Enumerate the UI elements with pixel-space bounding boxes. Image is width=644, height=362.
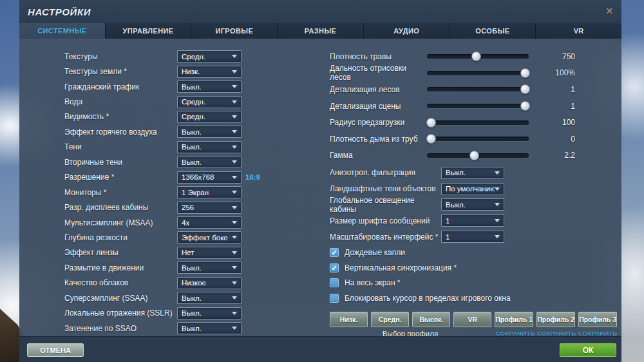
setting-label: Вода: [64, 97, 177, 106]
dropdown[interactable]: Низк.: [177, 66, 242, 78]
dropdown[interactable]: 256: [177, 202, 242, 214]
dropdown[interactable]: Выкл.: [177, 141, 242, 153]
checkbox[interactable]: [330, 278, 339, 287]
checkbox-row[interactable]: Блокировать курсор в пределах игрового о…: [330, 291, 600, 306]
profile-preset-button[interactable]: Высок.: [412, 312, 450, 327]
dropdown[interactable]: Выкл.: [441, 167, 504, 179]
dropdown-value: Выкл.: [182, 294, 202, 302]
setting-label: Затенение по SSAO: [64, 324, 177, 333]
dropdown[interactable]: Эффект боке: [177, 231, 242, 243]
chevron-down-icon: [232, 85, 237, 88]
setting-label: Глобальное освещение кабины: [330, 196, 441, 214]
slider[interactable]: [427, 153, 529, 158]
setting-row: Вторичные тениВыкл.: [64, 155, 242, 169]
dropdown-value: По умолчанию: [446, 185, 495, 193]
slider-handle[interactable]: [520, 68, 530, 78]
dropdown[interactable]: 1 Экран: [177, 186, 242, 198]
setting-label: Размытие в движении: [64, 263, 177, 272]
slider-row: Дальность отрисовки лесов100%: [330, 65, 575, 82]
slider[interactable]: [427, 87, 529, 91]
ok-button[interactable]: ОК: [560, 343, 616, 357]
dropdown-value: Средн.: [182, 98, 205, 106]
dropdown-value: 4x: [182, 219, 189, 227]
checkbox[interactable]: ✓: [330, 263, 339, 272]
slider-handle[interactable]: [471, 52, 481, 61]
dropdown[interactable]: Средн.: [177, 96, 242, 108]
dropdown[interactable]: Выкл.: [177, 126, 242, 138]
checkbox-row[interactable]: ✓Дождевые капли: [330, 245, 600, 260]
slider-value: 100: [529, 118, 575, 127]
dropdown[interactable]: Выкл.: [177, 322, 242, 334]
checkbox-label: Вертикальная синхронизация *: [345, 263, 457, 272]
dropdown[interactable]: Средн.: [177, 50, 242, 62]
setting-label: Качество облаков: [64, 278, 177, 287]
tab-item[interactable]: ОСОБЫЕ: [450, 23, 536, 39]
chevron-down-icon: [232, 281, 237, 285]
slider[interactable]: [427, 104, 529, 108]
profile-preset-button[interactable]: Профиль 3: [578, 312, 617, 327]
slider-label: Детализация сцены: [330, 102, 427, 111]
dropdown[interactable]: Низкое: [177, 277, 242, 289]
tab-item[interactable]: АУДИО: [364, 23, 450, 39]
setting-row: ТекстурыСредн.: [64, 49, 242, 64]
dropdown[interactable]: Выкл.: [441, 198, 504, 211]
profile-preset-button[interactable]: Низк.: [330, 312, 368, 327]
slider-label: Дальность отрисовки лесов: [330, 64, 427, 82]
slider-handle[interactable]: [520, 101, 530, 111]
settings-body: ТекстурыСредн.Текстуры земли *Низк.Гражд…: [19, 39, 621, 336]
setting-label: Тени: [64, 142, 177, 151]
setting-row: Эффект линзыНет: [64, 245, 242, 260]
chevron-down-icon: [232, 130, 237, 133]
tab-item[interactable]: РАЗНЫЕ: [278, 23, 364, 39]
profile-preset-button[interactable]: VR: [453, 312, 491, 327]
dropdown[interactable]: Средн.: [177, 111, 242, 123]
chevron-down-icon: [232, 100, 237, 104]
checkbox[interactable]: ✓: [330, 248, 339, 257]
chevron-down-icon: [232, 266, 237, 269]
dropdown[interactable]: Нет: [177, 247, 242, 259]
checkbox-row[interactable]: На весь экран *: [330, 276, 600, 291]
setting-row: Разрешение *1366x76816:9: [64, 170, 242, 185]
dropdown[interactable]: Выкл.: [177, 81, 242, 93]
chevron-down-icon: [232, 327, 237, 330]
slider[interactable]: [427, 137, 529, 141]
tab-item[interactable]: УПРАВЛЕНИЕ: [106, 23, 192, 39]
close-icon[interactable]: ✕: [603, 5, 615, 17]
checkbox[interactable]: [330, 294, 339, 303]
dropdown[interactable]: Выкл.: [177, 307, 242, 319]
dropdown[interactable]: 4x: [177, 216, 242, 229]
setting-label: Эффект линзы: [64, 248, 177, 257]
slider-row: Гамма2.2: [330, 148, 575, 164]
dropdown[interactable]: Выкл.: [177, 262, 242, 274]
slider[interactable]: [427, 120, 529, 125]
profile-preset-button[interactable]: Средн.: [371, 312, 409, 327]
checkbox-row[interactable]: ✓Вертикальная синхронизация *: [330, 260, 600, 276]
dropdown[interactable]: 1: [441, 214, 504, 227]
setting-row: Видимость *Средн.: [64, 110, 242, 124]
slider-handle[interactable]: [426, 134, 436, 144]
setting-row: Ландшафтные тени объектовПо умолчанию: [330, 181, 575, 197]
slider[interactable]: [427, 54, 529, 59]
dropdown[interactable]: Выкл.: [177, 156, 242, 168]
profile-preset-button[interactable]: Профиль 1: [495, 312, 533, 327]
profile-preset-button[interactable]: Профиль 2: [536, 312, 575, 327]
tab-item[interactable]: ИГРОВЫЕ: [191, 23, 278, 39]
tab-item[interactable]: VR: [536, 23, 621, 39]
profile-buttons-row: Низк.Средн.Высок.VRПрофиль 1Профиль 2Про…: [330, 312, 617, 327]
slider[interactable]: [427, 71, 529, 75]
dropdown[interactable]: По умолчанию: [441, 183, 504, 195]
setting-row: Суперсэмплинг (SSAA)Выкл.: [64, 291, 242, 305]
slider-row: Детализация сцены1: [330, 98, 575, 115]
dropdown[interactable]: 1366x768: [177, 171, 242, 184]
cancel-button[interactable]: ОТМЕНА: [27, 343, 84, 357]
slider-handle[interactable]: [426, 118, 436, 128]
dropdown[interactable]: 1: [441, 231, 504, 243]
chevron-down-icon: [232, 176, 237, 179]
slider-handle[interactable]: [469, 151, 479, 160]
dropdown[interactable]: Выкл.: [177, 292, 242, 304]
setting-row: Затенение по SSAOВыкл.: [64, 321, 242, 336]
chevron-down-icon: [232, 160, 237, 164]
chevron-down-icon: [232, 55, 237, 58]
tab-item[interactable]: СИСТЕМНЫЕ: [19, 23, 106, 39]
chevron-down-icon: [232, 251, 237, 254]
